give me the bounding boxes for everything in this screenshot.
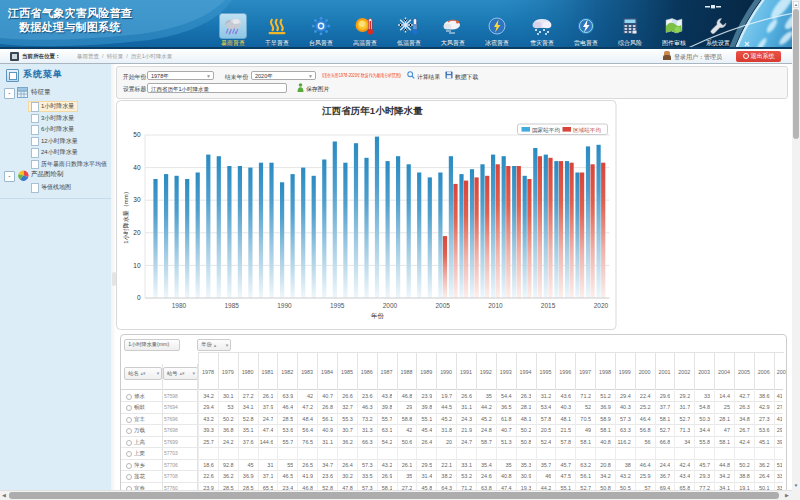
svg-text:2005: 2005 bbox=[435, 302, 450, 309]
svg-text:1小时降水量（mm）: 1小时降水量（mm） bbox=[121, 188, 129, 243]
svg-text:20: 20 bbox=[133, 229, 141, 236]
svg-text:江西省历年1小时降水量: 江西省历年1小时降水量 bbox=[321, 105, 423, 116]
svg-text:10: 10 bbox=[133, 262, 141, 269]
svg-text:2010: 2010 bbox=[488, 302, 503, 309]
svg-text:1995: 1995 bbox=[329, 302, 344, 309]
svg-text:30: 30 bbox=[133, 196, 141, 203]
svg-text:1990: 1990 bbox=[277, 302, 292, 309]
svg-text:50: 50 bbox=[133, 131, 141, 138]
svg-text:年份: 年份 bbox=[371, 312, 385, 320]
svg-text:2020: 2020 bbox=[593, 302, 608, 309]
svg-text:国家站平均: 国家站平均 bbox=[532, 127, 560, 134]
svg-text:2015: 2015 bbox=[540, 302, 555, 309]
svg-text:0: 0 bbox=[136, 294, 140, 301]
svg-text:1985: 1985 bbox=[224, 302, 239, 309]
svg-text:40: 40 bbox=[133, 164, 141, 171]
svg-text:2000: 2000 bbox=[382, 302, 397, 309]
svg-text:区域站平均: 区域站平均 bbox=[573, 127, 601, 134]
svg-text:1980: 1980 bbox=[171, 302, 186, 309]
